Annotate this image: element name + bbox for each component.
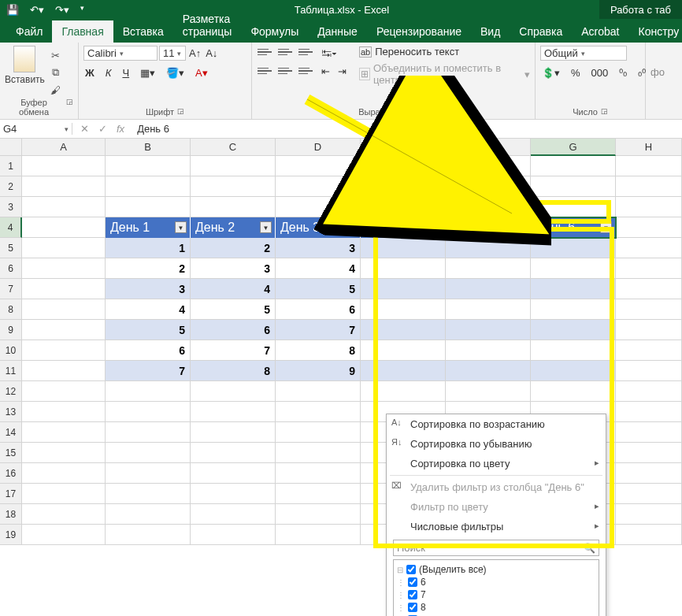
cell[interactable]: День 4▼ (361, 217, 446, 238)
cell[interactable] (446, 279, 531, 299)
cell[interactable] (616, 504, 682, 525)
cell[interactable] (22, 176, 106, 197)
row-header[interactable]: 2 (0, 176, 22, 197)
cell[interactable]: День 3▼ (276, 217, 361, 238)
cell[interactable] (616, 463, 682, 484)
cell[interactable] (191, 443, 276, 463)
cell[interactable] (616, 443, 682, 463)
filter-value-item[interactable]: ⋮7 (397, 588, 595, 601)
cell[interactable] (22, 443, 106, 463)
cell[interactable] (616, 279, 682, 299)
cell[interactable] (361, 176, 446, 197)
cell[interactable]: 8 (276, 340, 361, 361)
row-header[interactable]: 9 (0, 320, 22, 340)
bold-button[interactable]: Ж (83, 67, 96, 79)
row-header[interactable]: 6 (0, 258, 22, 279)
cell[interactable]: 9 (276, 361, 361, 381)
paste-button[interactable]: Вставить (5, 46, 45, 85)
cell[interactable] (531, 279, 616, 299)
select-all-corner[interactable] (0, 139, 22, 156)
cell[interactable] (616, 381, 682, 402)
row-header[interactable]: 18 (0, 504, 22, 525)
tab-data[interactable]: Данные (308, 20, 367, 43)
font-size-combo[interactable]: 11 (159, 46, 186, 61)
cell[interactable] (616, 340, 682, 361)
cell[interactable] (106, 381, 191, 402)
cell[interactable] (446, 340, 531, 361)
cell[interactable] (446, 176, 531, 197)
cell[interactable]: 4 (191, 279, 276, 299)
col-header[interactable]: E (361, 139, 446, 156)
cell[interactable] (22, 197, 106, 217)
row-header[interactable]: 19 (0, 525, 22, 545)
format-painter-icon[interactable]: 🖌 (50, 83, 62, 96)
cell[interactable]: 7 (276, 320, 361, 340)
cell[interactable]: 3 (191, 258, 276, 279)
cell[interactable] (106, 402, 191, 422)
row-header[interactable]: 17 (0, 484, 22, 504)
tab-view[interactable]: Вид (471, 20, 510, 43)
cell[interactable] (361, 320, 446, 340)
tab-insert[interactable]: Вставка (113, 20, 173, 43)
cell[interactable] (191, 176, 276, 197)
cell[interactable] (361, 156, 446, 176)
cell[interactable] (616, 484, 682, 504)
tab-home[interactable]: Главная (52, 20, 113, 43)
cell[interactable] (22, 217, 106, 238)
cell[interactable] (446, 320, 531, 340)
cell[interactable] (276, 484, 361, 504)
cell[interactable]: 8 (191, 361, 276, 381)
cell[interactable] (616, 176, 682, 197)
cell[interactable] (22, 258, 106, 279)
cell[interactable] (22, 361, 106, 381)
number-format-combo[interactable]: Общий (540, 46, 627, 61)
contextual-tab[interactable]: Работа с таб (599, 0, 682, 19)
row-header[interactable]: 13 (0, 402, 22, 422)
cell[interactable] (191, 525, 276, 545)
cell[interactable] (616, 422, 682, 443)
cell[interactable] (616, 525, 682, 545)
formula-input[interactable]: День 6 (132, 123, 174, 135)
cell[interactable]: День 6▼ (531, 217, 616, 238)
tab-help[interactable]: Справка (510, 20, 572, 43)
filter-value-item[interactable]: ⋮8 (397, 601, 595, 614)
cell[interactable] (106, 504, 191, 525)
row-header[interactable]: 11 (0, 361, 22, 381)
cell[interactable] (361, 238, 446, 258)
filter-dropdown-icon[interactable]: ▼ (430, 221, 442, 233)
filter-search-input[interactable]: Поиск🔍 (393, 540, 599, 556)
tab-formulas[interactable]: Формулы (241, 20, 308, 43)
cell[interactable] (531, 238, 616, 258)
cell[interactable] (22, 525, 106, 545)
cell[interactable] (276, 381, 361, 402)
col-header[interactable]: B (106, 139, 191, 156)
cell[interactable] (191, 381, 276, 402)
cell[interactable] (616, 402, 682, 422)
sort-ascending-item[interactable]: A↓Сортировка по возрастанию (387, 414, 606, 434)
cell[interactable] (22, 238, 106, 258)
cell[interactable]: 7 (191, 340, 276, 361)
cell[interactable] (361, 299, 446, 320)
cell[interactable] (276, 197, 361, 217)
cell[interactable]: 2 (106, 258, 191, 279)
filter-value-item[interactable]: ⋮6 (397, 576, 595, 588)
row-header[interactable]: 10 (0, 340, 22, 361)
underline-button[interactable]: Ч (120, 67, 131, 79)
cut-icon[interactable]: ✂ (50, 49, 62, 61)
cell[interactable] (446, 238, 531, 258)
cell[interactable]: 3 (276, 238, 361, 258)
cell[interactable] (446, 381, 531, 402)
cell[interactable]: 7 (106, 361, 191, 381)
clipboard-launcher-icon[interactable]: ◲ (66, 98, 73, 117)
cell[interactable] (191, 504, 276, 525)
increase-decimal-icon[interactable]: ⁰₀ (617, 67, 628, 79)
currency-icon[interactable]: 💲▾ (540, 67, 562, 79)
cell[interactable] (276, 525, 361, 545)
cell[interactable] (276, 463, 361, 484)
col-header[interactable]: F (446, 139, 531, 156)
cell[interactable]: 1 (106, 238, 191, 258)
cell[interactable] (616, 320, 682, 340)
cell[interactable] (446, 156, 531, 176)
cell[interactable] (22, 381, 106, 402)
filter-dropdown-icon[interactable]: ▼ (600, 221, 612, 233)
